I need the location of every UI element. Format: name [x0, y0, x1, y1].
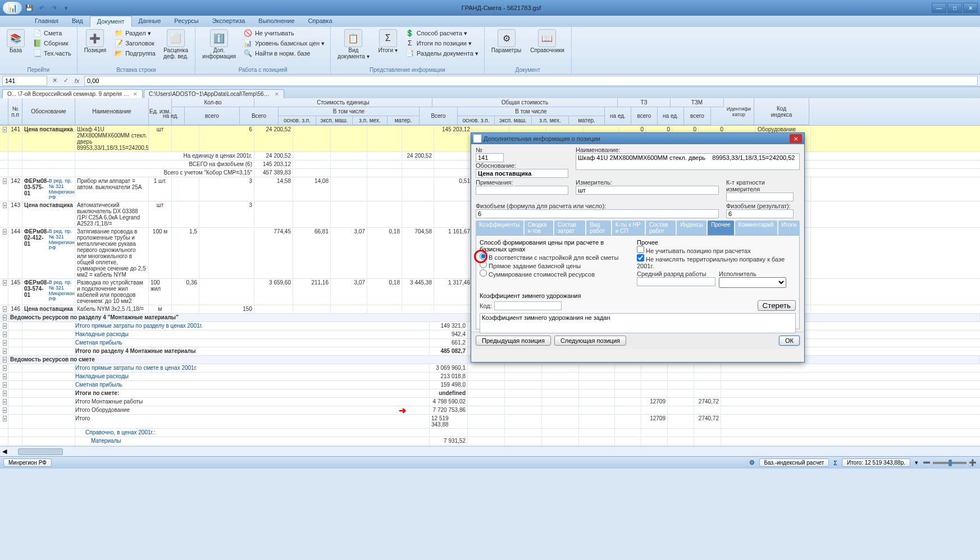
col-se-eksp[interactable]: эксп. маш. — [316, 116, 353, 125]
grid-cell[interactable] — [8, 322, 22, 330]
grid-cell[interactable] — [505, 389, 542, 397]
input-obosnovanie[interactable] — [476, 169, 568, 178]
accept-formula-icon[interactable]: ✓ — [61, 76, 71, 86]
grid-cell[interactable]: 4 798 590,02 — [430, 398, 468, 406]
grid-cell[interactable]: Итого Монтажные работы — [75, 398, 430, 406]
expander-icon[interactable]: − — [3, 357, 7, 362]
grid-cell[interactable]: 141 — [8, 126, 22, 152]
grid-cell[interactable]: Сметная прибыль — [75, 339, 430, 347]
grid-cell[interactable] — [542, 415, 579, 428]
grid-cell[interactable] — [8, 339, 22, 347]
col-kod-indeksa[interactable]: Код индекса — [754, 98, 809, 125]
select-ispolnitel[interactable] — [719, 277, 786, 288]
grid-cell[interactable] — [579, 437, 615, 445]
ribbon-button[interactable]: 📖Справочники — [527, 28, 568, 54]
ribbon-button[interactable]: ℹ️Доп. информация — [199, 28, 239, 61]
grid-cell[interactable]: шт — [149, 201, 172, 227]
grid-cell[interactable] — [615, 406, 641, 414]
grid-cell[interactable] — [468, 364, 505, 372]
grid-cell[interactable] — [8, 331, 22, 338]
grid-cell[interactable] — [505, 398, 542, 406]
grid-cell[interactable]: 149 321,0 — [430, 322, 468, 330]
undo-icon[interactable]: ↶ — [37, 3, 46, 12]
grid-cell[interactable] — [505, 381, 542, 389]
grid-cell[interactable]: Цена поставщика — [22, 305, 75, 313]
grid-cell[interactable]: 1 шт. — [149, 177, 172, 201]
grid-cell[interactable] — [668, 381, 694, 389]
grid-cell[interactable]: 7 931,52 — [430, 437, 468, 445]
grid-cell[interactable] — [293, 152, 331, 160]
grid-cell[interactable] — [615, 373, 641, 380]
dialog-tab[interactable]: Итоги — [778, 221, 800, 235]
prev-position-button[interactable]: Предыдущая позиция — [476, 336, 551, 346]
grid-cell[interactable] — [615, 429, 641, 437]
grid-cell[interactable] — [468, 406, 505, 414]
grid-cell[interactable] — [0, 152, 8, 160]
grid-cell[interactable]: Кабель NYM 3x2,5 /1,18/= — [75, 305, 149, 313]
grid-cell[interactable] — [402, 169, 434, 177]
grid-cell[interactable] — [641, 429, 668, 437]
grid-cell[interactable] — [254, 305, 293, 313]
grid-cell[interactable] — [542, 373, 579, 380]
grid-cell[interactable] — [668, 373, 694, 380]
col-identifikator[interactable]: Идентифи катор — [724, 98, 754, 125]
ribbon-button[interactable]: 📚База — [3, 28, 28, 54]
grid-cell[interactable] — [367, 160, 402, 168]
grid-cell[interactable] — [641, 364, 668, 372]
radio-sum-resources[interactable] — [480, 269, 487, 277]
grid-cell[interactable]: + — [0, 201, 8, 227]
grid-cell[interactable] — [641, 446, 668, 446]
grid-cell[interactable] — [542, 406, 579, 414]
grid-cell[interactable]: 3 659,60 — [254, 279, 293, 305]
cell-ref-input[interactable] — [2, 76, 47, 86]
expander-icon[interactable]: + — [3, 407, 7, 413]
grid-cell[interactable] — [402, 305, 434, 313]
grid-cell[interactable]: 942,4 — [430, 331, 468, 338]
grid-cell[interactable] — [505, 406, 542, 414]
grid-cell[interactable] — [22, 160, 75, 168]
ribbon-button[interactable]: 📄Смета — [30, 28, 74, 38]
grid-cell[interactable] — [402, 160, 434, 168]
grid-cell[interactable] — [468, 389, 505, 397]
col-tzm-vsego[interactable]: всего — [684, 107, 711, 125]
grid-cell[interactable]: ВСЕГО на физобъем (6) — [75, 160, 254, 168]
table-row[interactable]: +Итого Оборудование➜7 720 753,86 — [0, 406, 980, 415]
grid-cell[interactable] — [8, 347, 22, 355]
grid-cell[interactable]: Итого прямые затраты по смете в ценах 20… — [75, 364, 430, 372]
grid-cell[interactable] — [22, 398, 75, 406]
col-se-vtomchisle[interactable]: В том числе — [279, 107, 420, 116]
grid-cell[interactable] — [468, 415, 505, 428]
grid-cell[interactable]: 150 — [199, 305, 254, 313]
document-tab[interactable]: C:\Users\ADOSTO~1\AppData\Local\Temp\562… — [144, 89, 284, 98]
ok-button[interactable]: ОК — [779, 336, 800, 346]
grid-cell[interactable]: + — [0, 331, 8, 338]
grid-cell[interactable]: + — [0, 415, 8, 428]
grid-cell[interactable] — [293, 126, 331, 152]
close-button[interactable]: ✕ — [963, 3, 978, 13]
minimize-button[interactable]: — — [932, 3, 946, 13]
grid-cell[interactable] — [505, 364, 542, 372]
radio-from-settings[interactable] — [480, 253, 487, 260]
zoom-slider[interactable] — [949, 460, 952, 466]
grid-cell[interactable] — [615, 446, 641, 446]
grid-cell[interactable] — [8, 429, 22, 437]
ribbon-button[interactable]: ⬜Расценка деф. вед. — [160, 28, 192, 61]
grid-cell[interactable]: 14,58 — [254, 177, 293, 201]
grid-cell[interactable]: undefined — [430, 389, 468, 397]
grid-cell[interactable]: 3 445,38 — [402, 279, 434, 305]
ribbon-button[interactable]: 🚫Не учитывать — [241, 28, 327, 38]
grid-cell[interactable] — [293, 305, 331, 313]
grid-cell[interactable]: + — [0, 406, 8, 414]
grid-cell[interactable]: 3,07 — [331, 279, 367, 305]
ribbon-tab[interactable]: Справка — [301, 16, 339, 27]
grid-cell[interactable] — [542, 389, 579, 397]
save-icon[interactable]: 💾 — [25, 3, 34, 12]
table-row[interactable]: +Итого12 519 343,88127092740,72 — [0, 415, 980, 429]
expander-icon[interactable]: + — [3, 348, 7, 354]
chk-ignore-position[interactable] — [637, 246, 644, 253]
grid-cell[interactable] — [694, 446, 721, 446]
grid-cell[interactable]: − — [0, 314, 8, 322]
grid-cell[interactable]: 704,58 — [402, 228, 434, 278]
grid-cell[interactable] — [579, 429, 615, 437]
dialog-tab[interactable]: Индексы — [677, 221, 706, 235]
